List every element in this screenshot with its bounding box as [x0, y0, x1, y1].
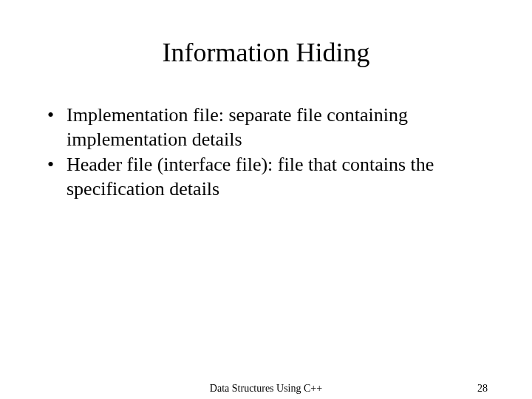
list-item: Implementation file: separate file conta… — [44, 103, 488, 151]
footer-text: Data Structures Using C++ — [210, 383, 322, 395]
bullet-list: Implementation file: separate file conta… — [44, 103, 488, 201]
slide: Information Hiding Implementation file: … — [0, 0, 532, 399]
slide-title: Information Hiding — [44, 37, 488, 68]
page-number: 28 — [477, 383, 488, 395]
list-item: Header file (interface file): file that … — [44, 153, 488, 201]
